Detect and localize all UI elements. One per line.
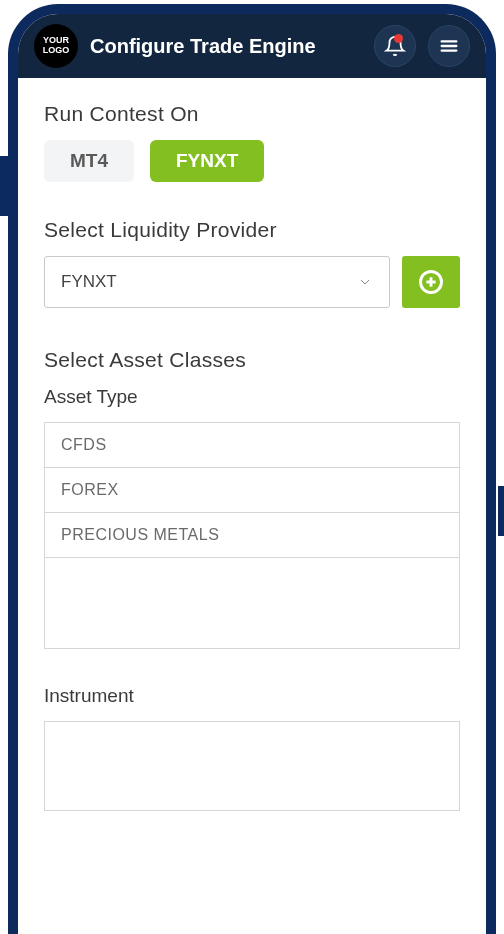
plus-circle-icon bbox=[417, 268, 445, 296]
asset-type-item[interactable]: FOREX bbox=[45, 468, 459, 513]
content: Run Contest On MT4 FYNXT Select Liquidit… bbox=[18, 78, 486, 835]
contest-option-fynxt[interactable]: FYNXT bbox=[150, 140, 264, 182]
asset-type-item[interactable]: CFDS bbox=[45, 423, 459, 468]
asset-type-empty-space bbox=[45, 558, 459, 648]
liquidity-selected-value: FYNXT bbox=[61, 272, 117, 292]
page-title: Configure Trade Engine bbox=[90, 35, 362, 58]
liquidity-row: FYNXT bbox=[44, 256, 460, 308]
chevron-down-icon bbox=[357, 274, 373, 290]
liquidity-select[interactable]: FYNXT bbox=[44, 256, 390, 308]
notification-dot bbox=[394, 34, 403, 43]
hamburger-icon bbox=[438, 35, 460, 57]
notifications-button[interactable] bbox=[374, 25, 416, 67]
asset-type-label: Asset Type bbox=[44, 386, 460, 408]
contest-toggle-row: MT4 FYNXT bbox=[44, 140, 460, 182]
asset-type-item[interactable]: PRECIOUS METALS bbox=[45, 513, 459, 558]
instrument-list[interactable] bbox=[44, 721, 460, 811]
logo: YOUR LOGO bbox=[34, 24, 78, 68]
add-liquidity-button[interactable] bbox=[402, 256, 460, 308]
phone-frame: YOUR LOGO Configure Trade Engine Run Con… bbox=[8, 4, 496, 934]
instrument-label: Instrument bbox=[44, 685, 460, 707]
menu-button[interactable] bbox=[428, 25, 470, 67]
frame-notch-left bbox=[0, 156, 8, 216]
contest-option-mt4[interactable]: MT4 bbox=[44, 140, 134, 182]
contest-label: Run Contest On bbox=[44, 102, 460, 126]
liquidity-label: Select Liquidity Provider bbox=[44, 218, 460, 242]
asset-type-list: CFDS FOREX PRECIOUS METALS bbox=[44, 422, 460, 649]
app-header: YOUR LOGO Configure Trade Engine bbox=[18, 14, 486, 78]
frame-notch-right bbox=[498, 486, 504, 536]
asset-section-label: Select Asset Classes bbox=[44, 348, 460, 372]
